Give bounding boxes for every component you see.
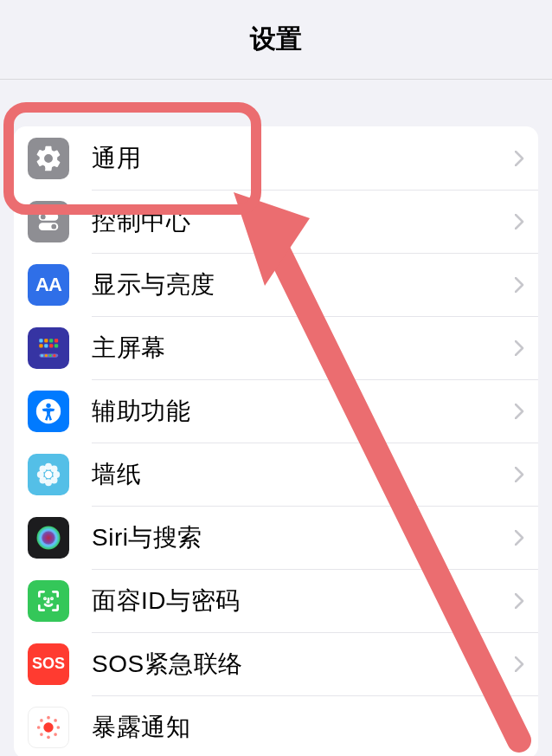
row-label: 辅助功能: [92, 395, 515, 428]
row-label: 墙纸: [92, 458, 515, 491]
svg-point-14: [45, 353, 48, 356]
svg-point-27: [51, 476, 58, 483]
svg-point-24: [40, 465, 47, 472]
svg-rect-6: [49, 339, 53, 342]
chevron-right-icon: [515, 404, 524, 419]
faceid-icon: [28, 580, 69, 622]
row-general[interactable]: 通用: [14, 126, 538, 190]
row-exposure[interactable]: 暴露通知: [14, 695, 538, 756]
row-label: 通用: [92, 142, 515, 175]
svg-point-37: [40, 719, 43, 722]
row-siri[interactable]: Siri与搜索: [14, 506, 538, 569]
chevron-right-icon: [515, 214, 524, 229]
svg-point-16: [53, 353, 55, 356]
row-label: SOS紧急联络: [92, 648, 515, 681]
svg-point-3: [51, 223, 56, 229]
row-accessibility[interactable]: 辅助功能: [14, 379, 538, 443]
svg-point-34: [47, 735, 50, 739]
aa-icon: AA: [28, 264, 69, 306]
chevron-right-icon: [515, 340, 524, 356]
svg-point-33: [47, 715, 50, 719]
svg-point-30: [44, 598, 45, 598]
svg-point-26: [40, 476, 47, 483]
svg-point-29: [42, 531, 55, 544]
row-control-center[interactable]: 控制中心: [14, 190, 538, 253]
row-label: 面容ID与密码: [92, 585, 515, 617]
svg-point-2: [41, 214, 46, 219]
svg-point-38: [54, 719, 57, 722]
header: 设置: [0, 0, 552, 80]
row-faceid[interactable]: 面容ID与密码: [14, 569, 538, 632]
row-label: 显示与亮度: [92, 268, 515, 301]
chevron-right-icon: [515, 593, 524, 609]
row-label: 控制中心: [92, 205, 515, 238]
chevron-right-icon: [515, 530, 524, 546]
svg-rect-8: [39, 344, 42, 347]
chevron-right-icon: [515, 277, 524, 293]
svg-rect-9: [44, 344, 48, 347]
siri-icon: [28, 517, 69, 559]
chevron-right-icon: [515, 656, 524, 672]
row-sos[interactable]: SOS SOS紧急联络: [14, 632, 538, 695]
row-wallpaper[interactable]: 墙纸: [14, 443, 538, 506]
grid-icon: [28, 327, 69, 369]
row-home-screen[interactable]: 主屏幕: [14, 316, 538, 379]
svg-point-40: [54, 733, 57, 736]
exposure-icon: [28, 707, 69, 748]
chevron-right-icon: [515, 151, 524, 166]
gear-icon: [28, 138, 69, 179]
svg-point-13: [41, 353, 43, 356]
svg-rect-5: [44, 339, 48, 342]
svg-point-19: [45, 470, 53, 478]
svg-point-39: [40, 733, 43, 736]
chevron-right-icon: [515, 467, 524, 482]
person-icon: [28, 391, 69, 432]
page-title: 设置: [250, 22, 302, 57]
svg-rect-11: [55, 344, 58, 347]
row-label: 暴露通知: [92, 711, 515, 744]
svg-point-32: [43, 722, 53, 732]
sos-icon: SOS: [28, 643, 69, 685]
flower-icon: [28, 454, 69, 495]
toggles-icon: [28, 201, 69, 242]
svg-point-35: [37, 726, 41, 729]
svg-point-36: [56, 726, 60, 729]
svg-point-15: [49, 353, 52, 356]
svg-rect-10: [49, 344, 53, 347]
row-label: 主屏幕: [92, 332, 515, 365]
settings-list: 通用 控制中心 AA 显示与亮度 主屏幕 辅助功能 墙纸: [14, 126, 538, 756]
svg-point-25: [51, 465, 58, 472]
svg-point-18: [46, 403, 50, 407]
svg-rect-7: [55, 339, 58, 342]
svg-point-31: [51, 598, 52, 598]
chevron-right-icon: [515, 720, 524, 735]
svg-rect-4: [39, 339, 42, 342]
row-display[interactable]: AA 显示与亮度: [14, 253, 538, 316]
row-label: Siri与搜索: [92, 521, 515, 554]
